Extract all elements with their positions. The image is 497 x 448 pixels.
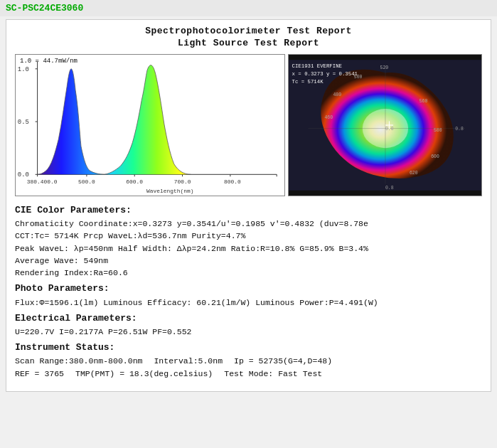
app: SC-PSC24CE3060 Spectrophotocolorimeter T…: [0, 0, 497, 392]
electrical-param-1: U=220.7V I=0.2177A P=26.51W PF=0.552: [15, 326, 482, 338]
instrument-status-row1: Scan Range:380.0nm-800.0nm Interval:5.0n…: [15, 355, 482, 367]
svg-text:580: 580: [434, 128, 442, 133]
svg-text:480: 480: [333, 92, 341, 97]
svg-text:x = 0.3273  y = 0.3541: x = 0.3273 y = 0.3541: [292, 71, 358, 77]
cie-param-4: Average Wave: 549nm: [15, 255, 482, 267]
svg-text:0.0: 0.0: [18, 171, 29, 178]
instrument-status-title: Instrument Status:: [15, 341, 482, 355]
report-title-line2: Light Source Test Report: [15, 38, 482, 48]
electrical-params-section: Electrical Parameters: U=220.7V I=0.2177…: [15, 311, 482, 338]
photo-params-title: Photo Parameters:: [15, 282, 482, 296]
instrument-interval: Interval:5.0nm: [154, 355, 223, 367]
svg-text:0.8: 0.8: [385, 186, 394, 191]
cie-svg: 520 560 580 600 620 500 480 460 CIE1931 …: [289, 55, 481, 196]
electrical-params-title: Electrical Parameters:: [15, 311, 482, 326]
instrument-status-row2: REF = 3765 TMP(PMT) = 18.3(deg.celsius) …: [15, 368, 482, 380]
instrument-ip: Ip = 52735(G=4,D=48): [234, 355, 332, 367]
app-title: SC-PSC24CE3060: [6, 3, 83, 14]
svg-text:CIE1931 EVERFINE: CIE1931 EVERFINE: [292, 63, 343, 69]
instrument-tmp: TMP(PMT) = 18.3(deg.celsius): [75, 368, 213, 380]
svg-text:600.0: 600.0: [126, 178, 143, 185]
svg-text:Tc = 5714K: Tc = 5714K: [292, 79, 324, 85]
title-bar: SC-PSC24CE3060: [0, 0, 497, 16]
svg-text:0.0: 0.0: [385, 127, 394, 132]
cie-chart: 520 560 580 600 620 500 480 460 CIE1931 …: [288, 54, 482, 196]
svg-text:520: 520: [380, 65, 389, 70]
cie-param-5: Rendering Index:Ra=60.6: [15, 267, 482, 279]
cie-param-3: Peak WaveL: λp=450nm Half Width: Δλp=24.…: [15, 242, 482, 255]
photo-params-section: Photo Parameters: Flux:Φ=1596.1(lm) Lumi…: [15, 282, 482, 308]
svg-text:700.0: 700.0: [174, 178, 191, 185]
instrument-status-section: Instrument Status: Scan Range:380.0nm-80…: [15, 341, 482, 380]
svg-text:600: 600: [431, 154, 439, 159]
cie-params-title: CIE Color Parameters:: [15, 203, 482, 218]
svg-text:460: 460: [325, 115, 333, 120]
svg-text:1.0: 1.0: [18, 66, 29, 73]
spectrum-chart: 1.0 = 44.7mW/nm 1.0 0.5 0.0: [15, 54, 285, 196]
svg-text:800.0: 800.0: [224, 178, 241, 185]
spectrum-svg: 1.0 0.5 0.0 380.400.0 500.0 600.0 700.0 …: [16, 55, 284, 196]
svg-text:0.5: 0.5: [18, 119, 29, 126]
cie-param-2: CCT:Tc= 5714K Prcp WaveL:λd=536.7nm Puri…: [15, 230, 482, 242]
charts-row: 1.0 = 44.7mW/nm 1.0 0.5 0.0: [15, 54, 482, 196]
svg-text:0.8: 0.8: [455, 127, 464, 132]
svg-text:620: 620: [410, 171, 418, 176]
cie-params-section: CIE Color Parameters: Chromaticity Coord…: [15, 203, 482, 279]
instrument-scan-range: Scan Range:380.0nm-800.0nm: [15, 355, 142, 367]
svg-text:500.0: 500.0: [78, 178, 95, 185]
svg-text:560: 560: [419, 99, 428, 104]
svg-text:Wavelength(nm): Wavelength(nm): [146, 188, 193, 194]
cie-param-1: Chromaticity Coordinate:x=0.3273 y=0.354…: [15, 218, 482, 230]
report-title-line1: Spectrophotocolorimeter Test Report: [15, 26, 482, 36]
main-content: Spectrophotocolorimeter Test Report Ligh…: [6, 19, 491, 392]
svg-text:380.400.0: 380.400.0: [27, 178, 58, 185]
instrument-ref: REF = 3765: [15, 368, 64, 380]
instrument-test-mode: Test Mode: Fast Test: [224, 368, 322, 380]
photo-param-1: Flux:Φ=1596.1(lm) Luminous Efficacy: 60.…: [15, 297, 482, 309]
